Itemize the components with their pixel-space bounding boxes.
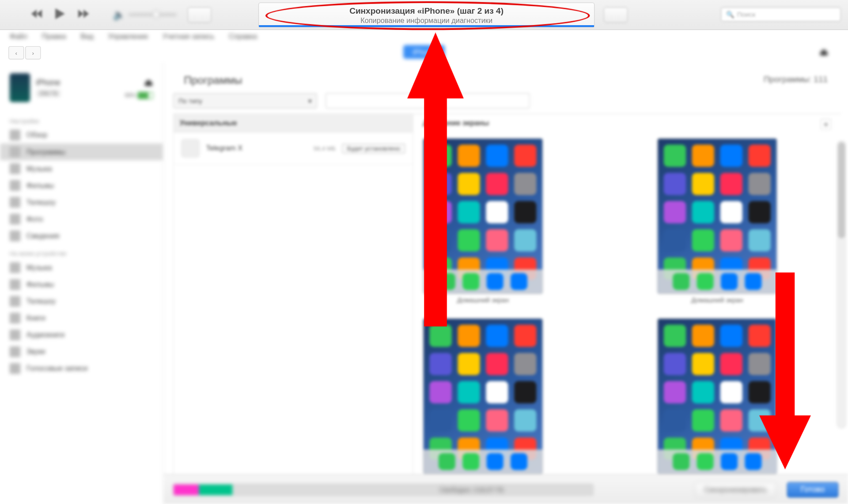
sync-progress-bar [259, 25, 594, 27]
sidebar-item-overview[interactable]: Обзор [0, 127, 163, 143]
top-toolbar: 🔈 Синхронизация «iPhone» (шаг 2 из 4) Ко… [0, 0, 848, 30]
sidebar-item-ondevice-voicememos[interactable]: Голосовые записи [0, 360, 163, 377]
device-name: iPhone [36, 78, 119, 87]
search-icon: 🔍 [726, 11, 734, 19]
volume-icon: 🔈 [113, 9, 125, 20]
sidebar-item-ondevice-audiobooks[interactable]: Аудиокниги [0, 327, 163, 343]
photos-icon [10, 214, 20, 224]
capacity-bar [173, 483, 594, 495]
sync-status-subtitle: Копирование информации диагностики [360, 16, 492, 24]
menu-item[interactable]: Справка [229, 32, 257, 41]
battery-percent: 88% [125, 92, 136, 98]
tv-icon [10, 197, 20, 207]
movies-icon [10, 180, 20, 191]
battery-icon [137, 91, 153, 98]
tv-icon [10, 296, 20, 306]
done-button[interactable]: Готово [787, 481, 838, 497]
eject-icon[interactable]: ⏏ [144, 76, 153, 88]
app-row[interactable]: Telegram X 58,4 МБ Будет установлено [174, 133, 413, 165]
play-button[interactable] [55, 8, 65, 21]
sidebar-item-music[interactable]: Музыка [0, 160, 163, 177]
main-panel: Программы Программы: 111 По типу▾ Универ… [163, 62, 848, 504]
sidebar-item-ondevice-movies[interactable]: Фильмы [0, 276, 163, 293]
sidebar-item-photos[interactable]: Фото [0, 211, 163, 227]
music-icon [10, 163, 20, 174]
voicememos-icon [10, 363, 20, 374]
sync-status-title: Синхронизация «iPhone» (шаг 2 из 4) [349, 6, 504, 15]
home-screen-label: Домашний экран [657, 297, 777, 304]
footer-bar: Свободно: 218,07 ГБ Синхронизировать Гот… [163, 474, 848, 504]
next-button[interactable] [78, 9, 89, 20]
sort-dropdown[interactable]: По типу▾ [173, 93, 317, 109]
free-space-label: Свободно: 218,07 ГБ [440, 486, 504, 493]
info-icon [10, 230, 20, 241]
sidebar-item-movies[interactable]: Фильмы [0, 177, 163, 194]
tones-icon [10, 346, 20, 357]
home-screens-header: Домашние экраны [423, 119, 489, 129]
nav-row: ‹ › iPhone ⏏ [0, 43, 848, 63]
home-screen-thumbnail[interactable]: Страница 2 [657, 318, 777, 484]
playback-controls [31, 8, 89, 21]
app-size: 58,4 МБ [314, 145, 336, 151]
volume-control[interactable]: 🔈 [113, 9, 177, 20]
filter-input[interactable] [326, 93, 530, 109]
nav-back-button[interactable]: ‹ [8, 46, 24, 60]
app-install-button[interactable]: Будет установлено [342, 143, 405, 153]
sync-button[interactable]: Синхронизировать [695, 481, 776, 497]
page-title: Программы [184, 75, 242, 87]
menu-bar: Файл Правка Вид Управление Учетная запис… [0, 30, 848, 43]
search-input[interactable]: 🔍 Поиск [721, 7, 841, 22]
device-card[interactable]: iPhone 256 ГБ ⏏ 88% [0, 68, 163, 112]
sidebar-section-header: На моем устройстве [0, 244, 163, 260]
chevron-down-icon: ▾ [308, 97, 312, 105]
nav-forward-button[interactable]: › [25, 46, 41, 60]
home-screen-thumbnail[interactable]: Страница 1 [423, 318, 543, 484]
apps-icon [10, 147, 20, 157]
sidebar-item-ondevice-music[interactable]: Музыка [0, 260, 163, 276]
status-lcd: Синхронизация «iPhone» (шаг 2 из 4) Копи… [258, 2, 595, 27]
device-thumbnail [10, 73, 30, 102]
media-picker-button[interactable] [187, 7, 211, 23]
overview-icon [10, 130, 20, 140]
menu-item[interactable]: Учетная запись [163, 32, 215, 41]
home-screen-label: Домашний экран [423, 297, 543, 304]
menu-item[interactable]: Правка [42, 32, 66, 41]
home-screen-thumbnail[interactable]: Домашний экран [423, 138, 543, 304]
apps-group-header: Универсальные [174, 114, 413, 132]
main-scrollbar[interactable] [837, 140, 846, 429]
sidebar-item-info[interactable]: Сведения [0, 227, 163, 244]
device-pill[interactable]: iPhone [403, 45, 445, 59]
music-icon [10, 262, 20, 273]
sidebar-item-apps[interactable]: Программы [0, 143, 163, 160]
view-list-button[interactable] [604, 7, 628, 23]
sidebar-item-ondevice-books[interactable]: Книги [0, 310, 163, 327]
eject-icon[interactable]: ⏏ [819, 46, 830, 57]
audiobooks-icon [10, 330, 20, 340]
sidebar-item-ondevice-tones[interactable]: Звуки [0, 343, 163, 360]
add-screen-button[interactable]: + [821, 119, 831, 129]
home-screen-thumbnail[interactable]: Домашний экран [657, 138, 777, 304]
search-placeholder: Поиск [737, 11, 755, 18]
app-icon [181, 139, 200, 158]
menu-item[interactable]: Вид [80, 32, 94, 41]
apps-column: Универсальные Telegram X 58,4 МБ Будет у… [173, 114, 413, 500]
menu-item[interactable]: Управление [108, 32, 148, 41]
movies-icon [10, 279, 20, 290]
sidebar-item-ondevice-tvshows[interactable]: Телешоу [0, 293, 163, 310]
menu-item[interactable]: Файл [10, 32, 27, 41]
sidebar: iPhone 256 ГБ ⏏ 88% Настройки Обзор Прог… [0, 62, 163, 504]
prev-button[interactable] [31, 9, 42, 20]
sidebar-section-header: Настройки [0, 112, 163, 127]
device-capacity: 256 ГБ [36, 89, 61, 97]
apps-count: Программы: 111 [764, 75, 828, 87]
app-name: Telegram X [206, 144, 242, 152]
books-icon [10, 313, 20, 323]
sidebar-item-tvshows[interactable]: Телешоу [0, 194, 163, 211]
home-screens-column: Домашние экраны + Домашний экранДомашний… [413, 114, 841, 500]
